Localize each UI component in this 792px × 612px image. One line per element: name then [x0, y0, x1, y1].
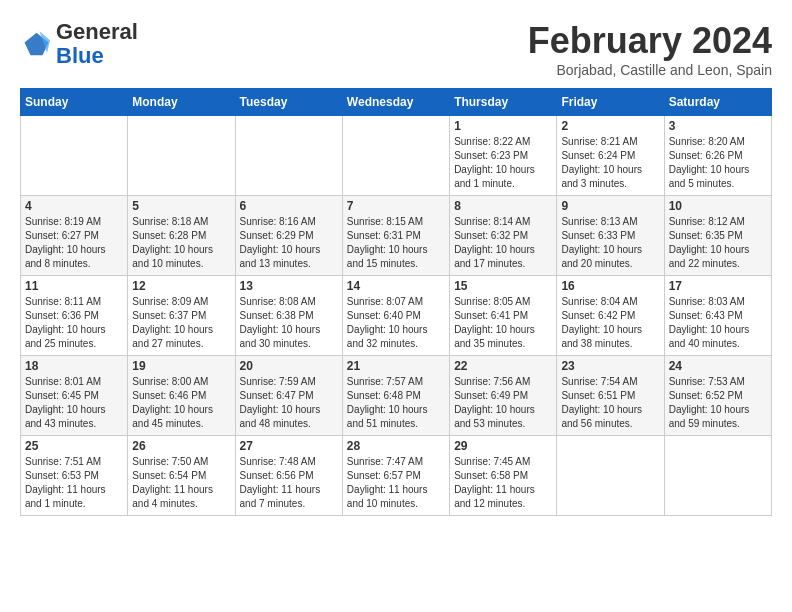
day-number: 14	[347, 279, 445, 293]
day-info: Sunrise: 8:16 AMSunset: 6:29 PMDaylight:…	[240, 215, 338, 271]
day-number: 23	[561, 359, 659, 373]
day-info: Sunrise: 8:14 AMSunset: 6:32 PMDaylight:…	[454, 215, 552, 271]
calendar-cell: 28Sunrise: 7:47 AMSunset: 6:57 PMDayligh…	[342, 436, 449, 516]
day-info: Sunrise: 7:56 AMSunset: 6:49 PMDaylight:…	[454, 375, 552, 431]
day-number: 3	[669, 119, 767, 133]
day-number: 20	[240, 359, 338, 373]
day-info: Sunrise: 8:22 AMSunset: 6:23 PMDaylight:…	[454, 135, 552, 191]
day-of-week-header: Tuesday	[235, 89, 342, 116]
day-info: Sunrise: 8:08 AMSunset: 6:38 PMDaylight:…	[240, 295, 338, 351]
calendar-cell: 17Sunrise: 8:03 AMSunset: 6:43 PMDayligh…	[664, 276, 771, 356]
day-number: 29	[454, 439, 552, 453]
day-info: Sunrise: 8:07 AMSunset: 6:40 PMDaylight:…	[347, 295, 445, 351]
calendar-table: SundayMondayTuesdayWednesdayThursdayFrid…	[20, 88, 772, 516]
day-info: Sunrise: 7:45 AMSunset: 6:58 PMDaylight:…	[454, 455, 552, 511]
calendar-cell	[21, 116, 128, 196]
calendar-cell: 15Sunrise: 8:05 AMSunset: 6:41 PMDayligh…	[450, 276, 557, 356]
day-info: Sunrise: 8:21 AMSunset: 6:24 PMDaylight:…	[561, 135, 659, 191]
calendar-cell: 10Sunrise: 8:12 AMSunset: 6:35 PMDayligh…	[664, 196, 771, 276]
day-info: Sunrise: 7:51 AMSunset: 6:53 PMDaylight:…	[25, 455, 123, 511]
day-number: 13	[240, 279, 338, 293]
day-of-week-header: Sunday	[21, 89, 128, 116]
day-number: 6	[240, 199, 338, 213]
day-info: Sunrise: 7:47 AMSunset: 6:57 PMDaylight:…	[347, 455, 445, 511]
day-info: Sunrise: 8:19 AMSunset: 6:27 PMDaylight:…	[25, 215, 123, 271]
day-info: Sunrise: 8:01 AMSunset: 6:45 PMDaylight:…	[25, 375, 123, 431]
calendar-cell: 20Sunrise: 7:59 AMSunset: 6:47 PMDayligh…	[235, 356, 342, 436]
calendar-cell: 1Sunrise: 8:22 AMSunset: 6:23 PMDaylight…	[450, 116, 557, 196]
day-number: 4	[25, 199, 123, 213]
calendar-week-row: 4Sunrise: 8:19 AMSunset: 6:27 PMDaylight…	[21, 196, 772, 276]
calendar-cell	[128, 116, 235, 196]
calendar-cell: 7Sunrise: 8:15 AMSunset: 6:31 PMDaylight…	[342, 196, 449, 276]
day-number: 18	[25, 359, 123, 373]
calendar-cell: 13Sunrise: 8:08 AMSunset: 6:38 PMDayligh…	[235, 276, 342, 356]
calendar-cell	[235, 116, 342, 196]
day-of-week-header: Friday	[557, 89, 664, 116]
day-number: 2	[561, 119, 659, 133]
calendar-cell: 2Sunrise: 8:21 AMSunset: 6:24 PMDaylight…	[557, 116, 664, 196]
calendar-cell: 4Sunrise: 8:19 AMSunset: 6:27 PMDaylight…	[21, 196, 128, 276]
calendar-week-row: 11Sunrise: 8:11 AMSunset: 6:36 PMDayligh…	[21, 276, 772, 356]
day-number: 15	[454, 279, 552, 293]
calendar-cell: 27Sunrise: 7:48 AMSunset: 6:56 PMDayligh…	[235, 436, 342, 516]
calendar-cell: 6Sunrise: 8:16 AMSunset: 6:29 PMDaylight…	[235, 196, 342, 276]
day-info: Sunrise: 7:57 AMSunset: 6:48 PMDaylight:…	[347, 375, 445, 431]
day-number: 25	[25, 439, 123, 453]
logo-blue: Blue	[56, 43, 104, 68]
day-info: Sunrise: 8:05 AMSunset: 6:41 PMDaylight:…	[454, 295, 552, 351]
month-title: February 2024	[528, 20, 772, 62]
calendar-cell: 16Sunrise: 8:04 AMSunset: 6:42 PMDayligh…	[557, 276, 664, 356]
day-info: Sunrise: 7:48 AMSunset: 6:56 PMDaylight:…	[240, 455, 338, 511]
day-number: 12	[132, 279, 230, 293]
calendar-cell: 29Sunrise: 7:45 AMSunset: 6:58 PMDayligh…	[450, 436, 557, 516]
day-info: Sunrise: 7:50 AMSunset: 6:54 PMDaylight:…	[132, 455, 230, 511]
day-number: 17	[669, 279, 767, 293]
calendar-week-row: 1Sunrise: 8:22 AMSunset: 6:23 PMDaylight…	[21, 116, 772, 196]
day-number: 9	[561, 199, 659, 213]
logo-general: General	[56, 19, 138, 44]
calendar-cell: 19Sunrise: 8:00 AMSunset: 6:46 PMDayligh…	[128, 356, 235, 436]
calendar-cell: 22Sunrise: 7:56 AMSunset: 6:49 PMDayligh…	[450, 356, 557, 436]
day-info: Sunrise: 8:18 AMSunset: 6:28 PMDaylight:…	[132, 215, 230, 271]
logo-icon	[20, 29, 50, 59]
day-info: Sunrise: 7:54 AMSunset: 6:51 PMDaylight:…	[561, 375, 659, 431]
day-info: Sunrise: 8:15 AMSunset: 6:31 PMDaylight:…	[347, 215, 445, 271]
calendar-cell	[664, 436, 771, 516]
day-of-week-header: Saturday	[664, 89, 771, 116]
calendar-cell	[557, 436, 664, 516]
day-number: 8	[454, 199, 552, 213]
day-info: Sunrise: 8:20 AMSunset: 6:26 PMDaylight:…	[669, 135, 767, 191]
calendar-cell: 14Sunrise: 8:07 AMSunset: 6:40 PMDayligh…	[342, 276, 449, 356]
day-info: Sunrise: 8:13 AMSunset: 6:33 PMDaylight:…	[561, 215, 659, 271]
day-of-week-header: Thursday	[450, 89, 557, 116]
day-number: 24	[669, 359, 767, 373]
day-number: 27	[240, 439, 338, 453]
day-number: 16	[561, 279, 659, 293]
day-number: 1	[454, 119, 552, 133]
day-number: 28	[347, 439, 445, 453]
calendar-cell: 9Sunrise: 8:13 AMSunset: 6:33 PMDaylight…	[557, 196, 664, 276]
day-number: 22	[454, 359, 552, 373]
logo-text: General Blue	[56, 20, 138, 68]
calendar-cell: 5Sunrise: 8:18 AMSunset: 6:28 PMDaylight…	[128, 196, 235, 276]
calendar-cell: 23Sunrise: 7:54 AMSunset: 6:51 PMDayligh…	[557, 356, 664, 436]
calendar-cell: 26Sunrise: 7:50 AMSunset: 6:54 PMDayligh…	[128, 436, 235, 516]
day-info: Sunrise: 8:03 AMSunset: 6:43 PMDaylight:…	[669, 295, 767, 351]
day-number: 21	[347, 359, 445, 373]
calendar-cell: 12Sunrise: 8:09 AMSunset: 6:37 PMDayligh…	[128, 276, 235, 356]
calendar-cell: 21Sunrise: 7:57 AMSunset: 6:48 PMDayligh…	[342, 356, 449, 436]
location-subtitle: Borjabad, Castille and Leon, Spain	[528, 62, 772, 78]
day-number: 7	[347, 199, 445, 213]
calendar-cell: 3Sunrise: 8:20 AMSunset: 6:26 PMDaylight…	[664, 116, 771, 196]
day-of-week-header: Monday	[128, 89, 235, 116]
day-info: Sunrise: 8:12 AMSunset: 6:35 PMDaylight:…	[669, 215, 767, 271]
logo: General Blue	[20, 20, 138, 68]
page-header: General Blue February 2024 Borjabad, Cas…	[20, 20, 772, 78]
calendar-week-row: 18Sunrise: 8:01 AMSunset: 6:45 PMDayligh…	[21, 356, 772, 436]
day-number: 5	[132, 199, 230, 213]
calendar-week-row: 25Sunrise: 7:51 AMSunset: 6:53 PMDayligh…	[21, 436, 772, 516]
calendar-header-row: SundayMondayTuesdayWednesdayThursdayFrid…	[21, 89, 772, 116]
calendar-cell: 18Sunrise: 8:01 AMSunset: 6:45 PMDayligh…	[21, 356, 128, 436]
day-number: 11	[25, 279, 123, 293]
